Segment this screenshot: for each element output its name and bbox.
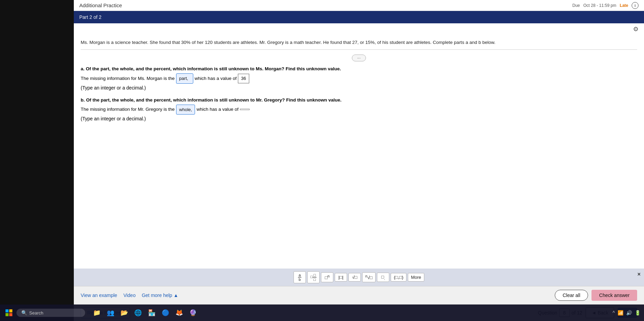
part-a-value[interactable]: 36 (238, 74, 249, 83)
due-date: Oct 28 - 11:59 pm (583, 3, 616, 8)
taskbar-app-app1[interactable]: 🔵 (159, 307, 172, 319)
math-btn-abs[interactable]: |□| (335, 273, 347, 282)
part-b-answer: The missing information for Mr. Gregory … (81, 105, 637, 115)
part-a-answer: The missing information for Ms. Morgan i… (81, 73, 637, 83)
part-b-label: b. Of the part, the whole, and the perce… (81, 97, 637, 103)
part-a-prefix: The missing information for Ms. Morgan i… (81, 74, 175, 83)
taskbar-app-teams[interactable]: 👥 (104, 307, 117, 319)
action-links: View an example Video Get more help ▲ (81, 293, 178, 298)
taskbar-caret-icon[interactable]: ^ (612, 310, 615, 316)
math-btn-fraction[interactable]: ab (294, 271, 306, 283)
view-example-link[interactable]: View an example (81, 293, 117, 298)
part-b-middle: which has a value of (196, 105, 238, 114)
clear-all-button[interactable]: Clear all (555, 290, 588, 301)
math-btn-coord[interactable]: (□,□) (391, 273, 406, 282)
left-sidebar (0, 0, 74, 321)
part-b-value[interactable] (240, 109, 250, 110)
action-buttons: Clear all Check answer (555, 290, 637, 301)
math-btn-decimal[interactable]: □. (377, 273, 389, 282)
math-btn-mixed-fraction[interactable]: □□□ (307, 271, 320, 283)
due-label: Due (572, 3, 580, 8)
main-content: Additional Practice Due Oct 28 - 11:59 p… (74, 0, 644, 321)
taskbar-right: ^ 📶 🔊 🔋 (612, 310, 641, 316)
taskbar-network-icon[interactable]: 📶 (618, 310, 623, 316)
taskbar-app-vpn[interactable]: 🔮 (187, 307, 199, 319)
svg-rect-3 (9, 313, 12, 316)
part-a-middle: which has a value of (195, 74, 237, 83)
windows-start-button[interactable] (3, 307, 14, 318)
taskbar-app-files[interactable]: 📁 (91, 307, 103, 319)
info-icon[interactable]: i (632, 2, 639, 9)
expand-btn[interactable]: ··· (352, 55, 366, 61)
part-banner: Part 2 of 2 (74, 11, 644, 23)
part-b-hint: (Type an integer or a decimal.) (81, 116, 637, 121)
taskbar-volume-icon[interactable]: 🔊 (626, 310, 632, 316)
taskbar-app-folder[interactable]: 📂 (118, 307, 130, 319)
taskbar-apps: 📁 👥 📂 🌐 🏪 🔵 🦊 🔮 (91, 307, 199, 319)
svg-rect-1 (9, 309, 12, 312)
taskbar-app-firefox[interactable]: 🦊 (173, 307, 185, 319)
problem-area: Ms. Morgan is a science teacher. She fou… (74, 35, 644, 269)
math-btn-exponent[interactable]: □n (321, 272, 333, 282)
part-label: Part 2 of 2 (79, 14, 102, 20)
get-more-help-link[interactable]: Get more help ▲ (142, 293, 178, 298)
settings-icon[interactable]: ⚙ (633, 25, 639, 33)
header-right: Due Oct 28 - 11:59 pm Late i (572, 2, 639, 9)
part-b-prefix: The missing information for Mr. Gregory … (81, 105, 175, 114)
math-btn-more[interactable]: More (408, 273, 424, 282)
top-bar: Additional Practice Due Oct 28 - 11:59 p… (74, 0, 644, 11)
svg-rect-0 (5, 309, 9, 312)
part-a-label: a. Of the part, the whole, and the perce… (81, 66, 637, 71)
taskbar-battery-icon[interactable]: 🔋 (635, 310, 641, 316)
svg-rect-2 (5, 313, 9, 316)
settings-row: ⚙ (74, 23, 644, 35)
math-btn-nth-root[interactable]: n√□ (362, 272, 376, 282)
math-btn-sqrt[interactable]: √□ (348, 273, 361, 282)
part-b-dropdown[interactable]: whole, (176, 105, 195, 115)
late-badge: Late (620, 3, 628, 8)
taskbar-search-icon: 🔍 (21, 310, 27, 316)
math-toolbar: ab □□□ □n |□| √□ n√□ □. (□,□) More × (74, 269, 644, 286)
part-a-dropdown[interactable]: part, (176, 73, 193, 83)
bottom-action-bar: View an example Video Get more help ▲ Cl… (74, 286, 644, 304)
video-link[interactable]: Video (123, 293, 136, 298)
taskbar-search-box[interactable]: 🔍 Search (16, 309, 85, 317)
taskbar-app-edge[interactable]: 🌐 (132, 307, 144, 319)
check-answer-button[interactable]: Check answer (591, 290, 637, 301)
part-a-hint: (Type an integer or a decimal.) (81, 85, 637, 91)
taskbar-app-store[interactable]: 🏪 (146, 307, 158, 319)
taskbar-search-text: Search (29, 310, 43, 316)
problem-statement: Ms. Morgan is a science teacher. She fou… (81, 39, 637, 50)
page-title: Additional Practice (79, 2, 122, 8)
taskbar: 🔍 Search 📁 👥 📂 🌐 🏪 🔵 🦊 🔮 ^ 📶 🔊 🔋 (0, 305, 644, 321)
expand-row: ··· (81, 55, 637, 61)
math-toolbar-close[interactable]: × (637, 271, 641, 277)
